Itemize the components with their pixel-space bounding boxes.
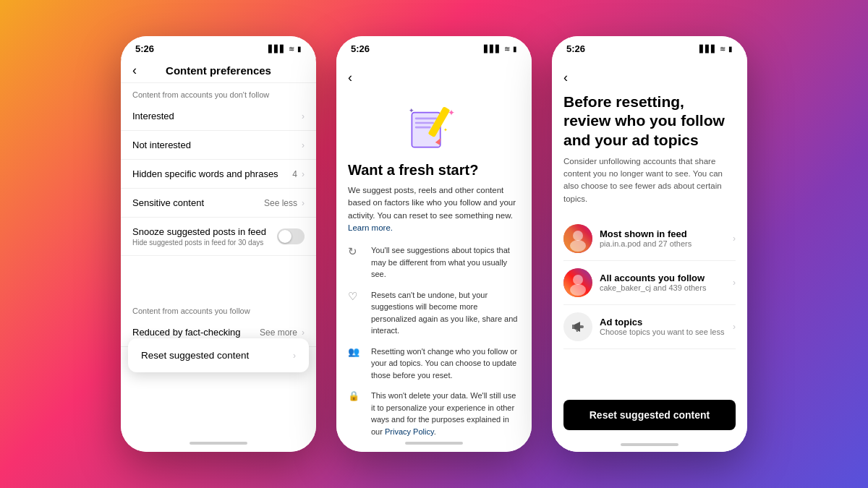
battery-icon-3: ▮ [728, 45, 733, 53]
learn-more-link[interactable]: Learn more. [348, 223, 393, 232]
sensitive-badge: See less [264, 198, 297, 208]
back-button-2[interactable]: ‹ [348, 70, 352, 85]
screen-3: ‹ Before resetting, review who you follo… [552, 59, 747, 452]
all-accounts-item[interactable]: All accounts you follow cake_baker_cj an… [563, 261, 736, 305]
home-bar-2 [405, 442, 463, 445]
megaphone-icon [570, 319, 586, 335]
not-interested-label: Not interested [132, 140, 302, 150]
status-bar-1: 5:26 ▋▋▋ ≋ ▮ [121, 36, 316, 59]
fresh-desc: We suggest posts, reels and other conten… [348, 184, 520, 234]
not-interested-item[interactable]: Not interested › [121, 131, 316, 160]
interested-label: Interested [132, 111, 302, 121]
back-button-3[interactable]: ‹ [563, 70, 568, 85]
svg-text:✦: ✦ [409, 107, 414, 114]
most-shown-name: Most shown in feed [600, 228, 726, 239]
fresh-start-illustration: ✦ ✦ ✦ [401, 100, 467, 150]
most-shown-item[interactable]: Most shown in feed pia.in.a.pod and 27 o… [563, 217, 736, 261]
svg-text:✦: ✦ [443, 127, 448, 132]
all-accounts-avatar [563, 268, 592, 297]
info-text-2: Resets can't be undone, but your suggest… [371, 289, 520, 337]
nav-bar-1: ‹ Content preferences [121, 59, 316, 83]
snooze-sub: Hide suggested posts in feed for 30 days [132, 239, 277, 247]
reset-popup-item[interactable]: Reset suggested content › [128, 338, 309, 372]
phone-3: 5:26 ▋▋▋ ≋ ▮ ‹ Before resetting, review … [552, 36, 747, 452]
fact-check-label: Reduced by fact-checking [132, 327, 260, 338]
info-item-3: 👥 Resetting won't change who you follow … [348, 346, 520, 382]
reset-popup[interactable]: Reset suggested content › [128, 338, 309, 372]
all-accounts-info: All accounts you follow cake_baker_cj an… [600, 273, 726, 292]
chevron-interested: › [302, 111, 305, 121]
chevron-most-shown: › [733, 234, 736, 244]
heart-icon: ♡ [348, 290, 364, 306]
interested-item[interactable]: Interested › [121, 102, 316, 131]
sensitive-item[interactable]: Sensitive content See less › [121, 189, 316, 218]
refresh-icon: ↻ [348, 245, 364, 261]
wifi-icon: ≋ [289, 45, 294, 53]
snooze-item: Snooze suggested posts in feed Hide sugg… [121, 218, 316, 256]
battery-icon-2: ▮ [513, 45, 517, 53]
ad-topics-name: Ad topics [600, 317, 726, 328]
status-icons-3: ▋▋▋ ≋ ▮ [699, 45, 733, 53]
back-button-1[interactable]: ‹ [132, 63, 137, 78]
lock-icon: 🔒 [348, 390, 364, 406]
fresh-nav: ‹ [348, 70, 520, 94]
chevron-not-interested: › [302, 140, 305, 150]
chevron-all-accounts: › [733, 278, 736, 288]
wifi-icon-2: ≋ [504, 45, 510, 53]
home-bar-3 [621, 443, 678, 446]
svg-rect-1 [415, 118, 438, 120]
reset-popup-chevron: › [293, 351, 296, 361]
info-item-2: ♡ Resets can't be undone, but your sugge… [348, 289, 520, 337]
home-indicator-3 [552, 439, 747, 452]
reset-popup-text: Reset suggested content [141, 350, 249, 361]
svg-point-11 [570, 240, 586, 252]
status-bar-2: 5:26 ▋▋▋ ≋ ▮ [336, 36, 532, 59]
ad-topics-item[interactable]: Ad topics Choose topics you want to see … [563, 305, 736, 349]
section-label-no-follow: Content from accounts you don't follow [121, 83, 316, 102]
most-shown-sub: pia.in.a.pod and 27 others [600, 239, 726, 248]
info-item-4: 🔒 This won't delete your data. We'll sti… [348, 390, 520, 437]
snooze-toggle[interactable] [277, 228, 305, 244]
reset-button[interactable]: Reset suggested content [563, 400, 736, 430]
review-title: Before resetting, review who you follow … [563, 93, 736, 150]
signal-icon: ▋▋▋ [268, 45, 286, 53]
avatar-1-svg [563, 224, 592, 253]
info-text-1: You'll see suggestions about topics that… [371, 244, 520, 281]
signal-icon-3: ▋▋▋ [699, 45, 717, 53]
all-accounts-sub: cake_baker_cj and 439 others [600, 283, 726, 292]
svg-point-10 [573, 231, 583, 241]
ad-topics-icon-wrap [563, 312, 592, 341]
status-time-2: 5:26 [351, 43, 370, 54]
fact-check-right: See more › [260, 328, 305, 338]
avatar-2-svg [563, 268, 592, 297]
screen-2: ‹ ✦ ✦ ✦ Want a fresh start? We suggest p… [336, 59, 532, 437]
svg-rect-3 [415, 127, 431, 129]
status-time-1: 5:26 [135, 43, 154, 54]
chevron-sensitive: › [302, 198, 305, 208]
nav-title-1: Content preferences [166, 64, 271, 77]
privacy-policy-link[interactable]: Privacy Policy [385, 427, 434, 436]
status-time-3: 5:26 [566, 43, 585, 54]
chevron-ad-topics: › [733, 322, 736, 332]
svg-text:✦: ✦ [448, 108, 455, 118]
ad-topics-info: Ad topics Choose topics you want to see … [600, 317, 726, 336]
home-indicator-1 [121, 437, 316, 452]
most-shown-info: Most shown in feed pia.in.a.pod and 27 o… [600, 228, 726, 248]
sensitive-label: Sensitive content [132, 197, 264, 208]
info-item-1: ↻ You'll see suggestions about topics th… [348, 244, 520, 281]
ad-topics-sub: Choose topics you want to see less [600, 328, 726, 336]
sensitive-right: See less › [264, 198, 305, 208]
battery-icon: ▮ [297, 45, 302, 53]
status-icons-1: ▋▋▋ ≋ ▮ [268, 45, 302, 53]
signal-icon-2: ▋▋▋ [484, 45, 501, 53]
people-icon: 👥 [348, 346, 364, 362]
phone-1: 5:26 ▋▋▋ ≋ ▮ ‹ Content preferences Conte… [121, 36, 316, 452]
spacer [121, 256, 316, 299]
home-bar-1 [190, 442, 247, 445]
home-indicator-2 [336, 437, 532, 452]
svg-point-13 [573, 275, 583, 285]
info-text-4: This won't delete your data. We'll still… [371, 390, 520, 437]
svg-point-14 [570, 284, 586, 296]
snooze-label: Snooze suggested posts in feed [132, 226, 277, 237]
hidden-words-item[interactable]: Hidden specific words and phrases 4 › [121, 160, 316, 189]
